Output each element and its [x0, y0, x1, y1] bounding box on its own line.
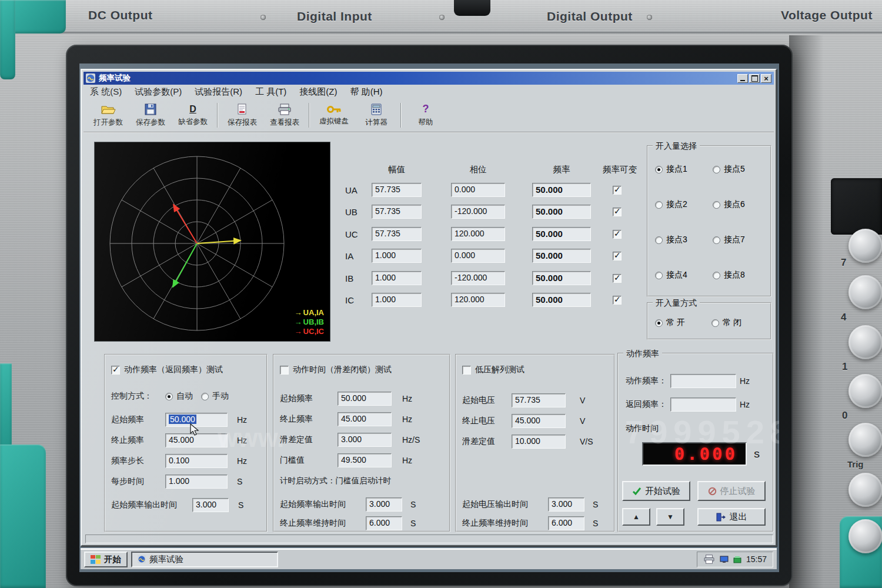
end-hold-time-field[interactable]: 6.000	[548, 516, 584, 530]
start-output-time-field[interactable]: 3.000	[548, 497, 584, 512]
phase-field[interactable]: 0.000	[451, 249, 505, 263]
calculator-button[interactable]: 计算器	[355, 101, 397, 130]
freq-test-checkbox[interactable]: 动作频率（返回频率）测试	[111, 365, 223, 375]
start-frequency-field[interactable]: 50.000	[165, 413, 228, 427]
tray-printer-icon[interactable]	[703, 554, 715, 564]
view-report-button[interactable]: 查看报表	[263, 101, 306, 130]
frequency-field[interactable]: 50.000	[532, 227, 591, 241]
amplitude-field[interactable]: 57.735	[372, 183, 422, 197]
phase-field[interactable]: 120.000	[451, 227, 505, 241]
freq-var-checkbox[interactable]	[613, 296, 622, 305]
open-params-button[interactable]: 打开参数	[87, 101, 129, 130]
radio-contact-1[interactable]: 接点1	[655, 164, 687, 175]
help-button[interactable]: ? 帮助	[405, 101, 447, 130]
radio-contact-2[interactable]: 接点2	[655, 199, 687, 210]
slip-setting-field[interactable]: 10.000	[512, 435, 566, 449]
signal-name: UA	[345, 185, 372, 195]
step-time-field[interactable]: 1.000	[165, 475, 228, 489]
start-button[interactable]: 开始	[84, 552, 128, 567]
frequency-field[interactable]: 50.000	[532, 183, 591, 197]
radio-contact-5[interactable]: 接点5	[713, 164, 745, 175]
maximize-button[interactable]	[749, 74, 760, 83]
frequency-step-field[interactable]: 0.100	[165, 454, 228, 468]
exit-door-icon	[716, 513, 726, 522]
phase-field[interactable]: 120.000	[451, 293, 505, 307]
start-frequency-field[interactable]: 50.000	[338, 392, 392, 406]
signal-name: IA	[345, 251, 372, 261]
start-output-time-field[interactable]: 3.000	[366, 497, 402, 512]
menu-wiring-diagram[interactable]: 接线图(Z)	[293, 85, 343, 99]
freq-var-checkbox[interactable]	[613, 230, 622, 239]
freq-var-checkbox[interactable]	[613, 186, 622, 195]
radio-contact-6[interactable]: 接点6	[713, 199, 745, 210]
amplitude-field[interactable]: 1.000	[372, 249, 422, 263]
default-params-button[interactable]: D 缺省参数	[172, 101, 214, 130]
virtual-keyboard-button[interactable]: 虚拟键盘	[313, 101, 355, 130]
field-row: 终止频率维持时间6.000S	[280, 516, 416, 530]
exit-button[interactable]: 退出	[697, 508, 766, 526]
freq-var-checkbox[interactable]	[613, 208, 622, 216]
tray-icon-2[interactable]	[733, 556, 741, 563]
start-output-time-field[interactable]: 3.000	[192, 498, 229, 512]
green-check-icon	[632, 487, 642, 495]
start-voltage-field[interactable]: 57.735	[512, 393, 566, 407]
menu-system[interactable]: 系 统(S)	[83, 85, 128, 99]
phasor-plot: UA,IA UB,IB UC,IC	[94, 142, 330, 342]
save-report-button[interactable]: 保存报表	[221, 101, 263, 130]
minimize-button[interactable]	[737, 74, 748, 83]
freq-var-checkbox[interactable]	[613, 274, 622, 283]
slip-setting-field[interactable]: 3.000	[338, 433, 392, 447]
radio-contact-4[interactable]: 接点4	[655, 270, 687, 280]
up-arrow-button[interactable]	[622, 508, 650, 526]
threshold-field[interactable]: 49.500	[338, 453, 392, 467]
field-row: 每步时间1.000S	[111, 475, 242, 489]
radio-contact-7[interactable]: 接点7	[713, 235, 745, 245]
end-frequency-field[interactable]: 45.000	[338, 412, 392, 426]
contact-mode-group: 开入量方式 常 开 常 闭	[647, 302, 771, 340]
device-photo: DC Output Digital Input Digital Output V…	[0, 0, 882, 588]
phase-field[interactable]: -120.000	[451, 205, 505, 219]
stop-test-button[interactable]: 停止试验	[697, 481, 766, 501]
frequency-field[interactable]: 50.000	[532, 249, 591, 263]
menu-tools[interactable]: 工 具(T)	[249, 85, 293, 99]
freq-var-checkbox[interactable]	[613, 252, 622, 260]
knob-1	[848, 229, 882, 263]
down-arrow-button[interactable]	[656, 508, 684, 526]
radio-icon	[655, 272, 663, 279]
tray-icon-1[interactable]	[720, 556, 729, 563]
volt-test-checkbox[interactable]: 低压解列测试	[462, 365, 524, 375]
frequency-field[interactable]: 50.000	[532, 271, 591, 285]
table-row-ib: IB 1.000 -120.000 50.000	[345, 270, 622, 286]
checkbox-icon	[280, 366, 289, 375]
time-test-checkbox[interactable]: 动作时间（滑差闭锁）测试	[280, 365, 392, 375]
radio-normally-open[interactable]: 常 开	[655, 318, 685, 328]
radio-manual[interactable]: 手动	[201, 391, 229, 402]
save-params-button[interactable]: 保存参数	[129, 101, 172, 130]
phase-field[interactable]: 0.000	[451, 183, 505, 197]
amplitude-field[interactable]: 1.000	[372, 271, 422, 285]
start-test-button[interactable]: 开始试验	[622, 481, 690, 501]
amplitude-field[interactable]: 57.735	[372, 205, 422, 219]
frequency-field[interactable]: 50.000	[532, 205, 591, 219]
radio-normally-closed[interactable]: 常 闭	[711, 318, 741, 328]
amplitude-field[interactable]: 57.735	[372, 227, 422, 241]
radio-contact-8[interactable]: 接点8	[713, 270, 745, 280]
header-phase: 相位	[451, 164, 505, 175]
end-frequency-field[interactable]: 45.000	[165, 433, 228, 447]
task-button-frequency-test[interactable]: 频率试验	[131, 552, 278, 567]
frequency-field[interactable]: 50.000	[532, 293, 591, 307]
menu-test-params[interactable]: 试验参数(P)	[128, 85, 188, 99]
menu-test-report[interactable]: 试验报告(R)	[188, 85, 249, 99]
radio-icon	[655, 166, 663, 173]
amplitude-field[interactable]: 1.000	[372, 293, 422, 307]
action-frequency-field[interactable]	[670, 374, 736, 388]
phase-field[interactable]: -120.000	[451, 271, 505, 285]
menu-help[interactable]: 帮 助(H)	[343, 85, 389, 99]
return-frequency-field[interactable]	[670, 397, 736, 412]
radio-auto[interactable]: 自动	[165, 391, 193, 402]
result-group: 动作频率 动作频率： Hz 返回频率： Hz 动作时间 0.000 S 开始试验	[617, 353, 774, 532]
radio-contact-3[interactable]: 接点3	[655, 235, 687, 245]
close-button[interactable]	[761, 74, 771, 83]
end-hold-time-field[interactable]: 6.000	[366, 516, 402, 530]
end-voltage-field[interactable]: 45.000	[512, 414, 566, 428]
